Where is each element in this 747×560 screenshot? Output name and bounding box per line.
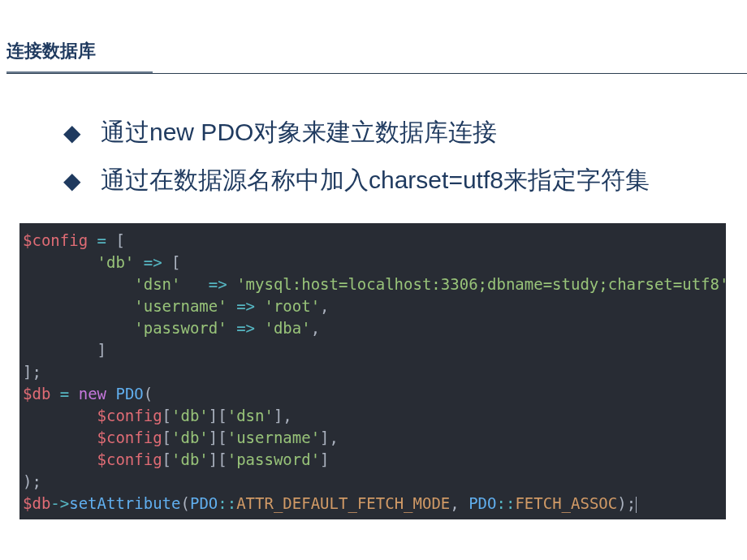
- code-token: setAttribute: [69, 494, 180, 512]
- code-token: 'mysql:host=localhost:3306;dbname=study;…: [236, 275, 726, 293]
- code-token: 'db': [97, 253, 135, 271]
- code-token: [: [162, 450, 171, 468]
- code-token: ->: [50, 494, 69, 512]
- code-token: [: [162, 429, 171, 446]
- code-line: $config['db']['dsn'],: [23, 405, 723, 427]
- bullet-text: 通过new PDO对象来建立数据库连接: [101, 116, 497, 149]
- code-token: $config: [97, 450, 162, 468]
- diamond-bullet-icon: ◆: [63, 170, 81, 192]
- code-line: $config['db']['username'],: [23, 427, 723, 449]
- text-cursor: [636, 497, 637, 513]
- slide-header: 连接数据库: [0, 0, 747, 74]
- code-token: [: [106, 231, 125, 249]
- code-token: ]: [23, 341, 106, 359]
- code-token: [227, 275, 236, 293]
- code-token: =>: [236, 319, 255, 337]
- code-token: [: [162, 407, 171, 424]
- code-token: [23, 450, 97, 468]
- code-line: $config['db']['password']: [23, 449, 723, 471]
- code-token: ][: [209, 450, 227, 468]
- code-token: [227, 297, 236, 315]
- code-token: [23, 275, 134, 293]
- code-token: $db: [23, 385, 50, 403]
- code-token: =>: [144, 253, 162, 271]
- bullet-text: 通过在数据源名称中加入charset=utf8来指定字符集: [101, 164, 650, 197]
- code-token: [69, 385, 78, 403]
- code-token: ]: [320, 450, 329, 468]
- code-line: );: [23, 471, 723, 493]
- code-token: );: [23, 472, 41, 490]
- code-token: 'password': [134, 319, 227, 337]
- code-line: 'username' => 'root',: [23, 295, 723, 317]
- code-token: =: [97, 231, 106, 249]
- code-token: (: [144, 385, 153, 403]
- code-token: 'root': [264, 297, 320, 315]
- code-token: =>: [236, 297, 255, 315]
- code-token: $config: [97, 429, 162, 446]
- code-token: [23, 429, 97, 446]
- code-line: 'dsn' => 'mysql:host=localhost:3306;dbna…: [23, 274, 723, 295]
- code-token: ],: [274, 407, 292, 424]
- code-line: 'db' => [: [23, 252, 723, 274]
- slide-title: 连接数据库: [6, 39, 96, 68]
- title-underline: [6, 71, 747, 74]
- code-token: ][: [209, 429, 227, 446]
- code-token: [50, 385, 59, 403]
- code-token: );: [617, 494, 636, 512]
- code-token: (: [181, 494, 190, 512]
- diamond-bullet-icon: ◆: [63, 122, 81, 144]
- code-token: =>: [209, 275, 227, 293]
- code-line: $db = new PDO(: [23, 383, 723, 405]
- code-token: [255, 297, 264, 315]
- code-token: FETCH_ASSOC: [515, 494, 617, 512]
- code-token: [227, 319, 236, 337]
- code-token: 'dba': [264, 319, 310, 337]
- code-token: [134, 253, 143, 271]
- code-token: 'password': [227, 450, 320, 468]
- code-token: 'db': [171, 407, 209, 424]
- code-token: [23, 297, 134, 315]
- code-token: [23, 319, 134, 337]
- code-token: 'dsn': [134, 275, 180, 293]
- code-token: ][: [209, 407, 227, 424]
- code-token: [106, 385, 115, 403]
- code-token: [255, 319, 264, 337]
- code-token: [23, 407, 97, 424]
- code-token: ATTR_DEFAULT_FETCH_MODE: [236, 494, 450, 512]
- code-token: ],: [320, 429, 339, 446]
- code-token: ];: [23, 363, 41, 381]
- code-token: new: [79, 385, 106, 403]
- code-token: PDO: [468, 494, 496, 512]
- code-token: 'dsn': [227, 407, 274, 424]
- code-token: 'db': [171, 429, 209, 446]
- code-line: $config = [: [23, 230, 723, 252]
- code-token: PDO: [190, 494, 218, 512]
- code-token: $config: [23, 231, 88, 249]
- code-line: ];: [23, 361, 723, 383]
- code-token: $db: [23, 494, 50, 512]
- code-token: ,: [450, 494, 468, 512]
- code-token: 'username': [227, 429, 320, 446]
- list-item: ◆ 通过在数据源名称中加入charset=utf8来指定字符集: [63, 164, 747, 197]
- code-snippet: $config = [ 'db' => [ 'dsn' => 'mysql:ho…: [19, 223, 726, 519]
- code-token: ::: [218, 494, 236, 512]
- code-token: 'db': [171, 450, 209, 468]
- code-token: [180, 275, 208, 293]
- code-token: ::: [497, 494, 516, 512]
- code-token: [23, 253, 97, 271]
- code-token: ,: [320, 297, 329, 315]
- bullet-list: ◆ 通过new PDO对象来建立数据库连接 ◆ 通过在数据源名称中加入chars…: [63, 116, 747, 197]
- code-token: [: [162, 253, 181, 271]
- code-token: 'username': [134, 297, 227, 315]
- code-token: PDO: [115, 385, 143, 403]
- code-token: ,: [311, 319, 320, 337]
- code-line: ]: [23, 339, 723, 361]
- code-line: 'password' => 'dba',: [23, 317, 723, 339]
- code-token: =: [60, 385, 69, 403]
- code-token: $config: [97, 407, 162, 424]
- code-line: $db->setAttribute(PDO::ATTR_DEFAULT_FETC…: [23, 493, 723, 515]
- list-item: ◆ 通过new PDO对象来建立数据库连接: [63, 116, 747, 149]
- code-token: [88, 231, 97, 249]
